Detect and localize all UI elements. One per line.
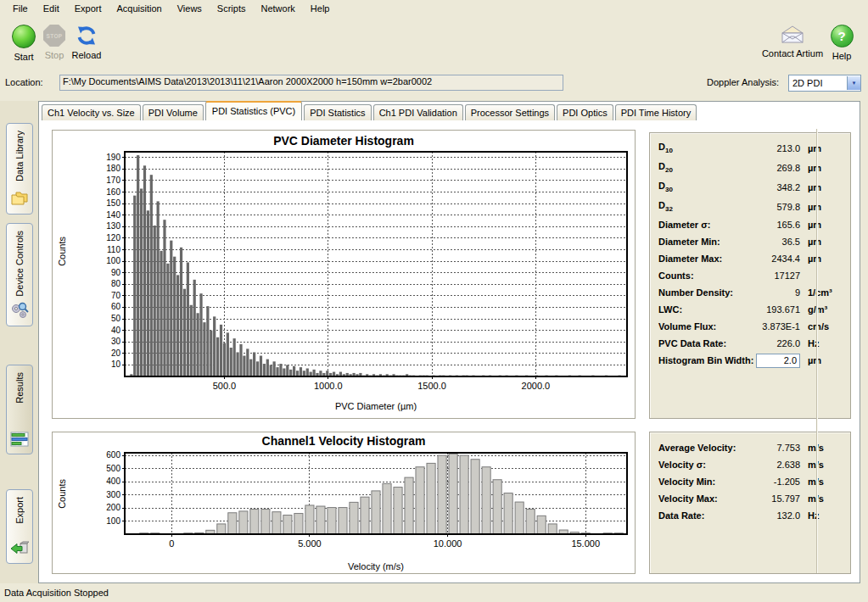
chart-title: Channel1 Velocity Histogram [53,434,635,448]
stat-unit: m/s [808,477,842,487]
svg-text:30: 30 [111,337,121,346]
svg-text:110: 110 [107,245,120,254]
tab-ch1-pdi-validation[interactable]: Ch1 PDI Validation [373,104,463,120]
stat-label: Diameter Min: [658,237,720,247]
svg-text:100: 100 [106,256,120,265]
stat-unit: m/s [808,460,842,470]
velocity-histogram-plot: 10020030040050060005.00010.00015.000 [53,432,635,571]
sidebar-item-label: Data Library [14,131,25,181]
stat-row: PVC Data Rate:226.0Hz [650,335,850,352]
menu-item-edit[interactable]: Edit [36,2,67,15]
svg-text:190: 190 [106,153,120,162]
stat-row: D30348.2µm [650,177,850,197]
stat-unit: µm [808,237,842,247]
sidebar-item-data-library[interactable]: Data Library [6,123,33,215]
sidebar-item-results[interactable]: Results [6,365,33,454]
help-icon: ? [831,25,854,47]
tab-processor-settings[interactable]: Processor Settings [465,104,555,120]
stop-icon: STOP [43,25,65,47]
start-button[interactable]: Start [5,25,42,62]
folders-icon [10,190,29,209]
tab-bar: Ch1 Velocity vs. SizePDI VolumePDI Stati… [39,102,860,120]
help-button-label: Help [832,51,852,61]
stat-value: 165.6 [744,220,800,230]
reload-button[interactable]: Reload [67,25,106,60]
stat-value: 17127 [744,270,800,281]
stat-row: Diameter Min:36.5µm [650,233,850,250]
reload-icon [76,25,98,47]
svg-text:150: 150 [106,198,120,208]
contact-artium-button[interactable]: Contact Artium [758,25,827,59]
stat-row: Average Velocity:7.753m/s [650,439,850,456]
svg-text:2000.0: 2000.0 [522,381,551,391]
start-icon [12,25,36,48]
sidebar-item-label: Results [14,372,25,404]
tab-pdi-time-history[interactable]: PDI Time History [615,104,697,120]
sidebar-item-device-controls[interactable]: Device Controls [6,223,33,326]
stat-row: Volume Flux:3.873E-1cm/s [650,318,850,335]
menu-item-file[interactable]: File [5,2,36,15]
bar-chart-icon [10,432,29,449]
sidebar-item-export[interactable]: Export [6,489,33,564]
help-button[interactable]: ? Help [825,25,859,61]
menu-item-help[interactable]: Help [303,2,338,15]
status-text: Data Acquisition Stopped [4,588,109,598]
stat-label: Average Velocity: [658,443,736,453]
stat-unit: µm [808,355,842,365]
stat-label: Histogram Bin Width: [658,355,753,365]
stat-row: D20269.8µm [650,158,850,177]
stat-value: 579.8 [744,202,800,212]
toolbar: Start STOP Stop Reload Contact Artium ? … [0,16,868,70]
stat-row: Histogram Bin Width:µm [650,352,850,369]
stop-button[interactable]: STOP Stop [38,25,70,60]
pvc-diameter-histogram-plot: 1020304050607080901001101201301401501601… [53,131,635,416]
stat-row: Velocity Min:-1.205m/s [650,473,850,490]
svg-text:1000.0: 1000.0 [314,381,343,391]
tab-pdi-volume[interactable]: PDI Volume [143,104,204,120]
stat-row: LWC:193.671g/m³ [650,301,850,318]
histogram-bin-width-input[interactable] [756,354,800,368]
tab-pdi-optics[interactable]: PDI Optics [557,104,613,120]
menu-item-acquisition[interactable]: Acquisition [109,2,170,15]
svg-text:20: 20 [111,348,121,358]
svg-text:500: 500 [106,464,120,473]
doppler-analysis-select[interactable]: 2D PDI ▼ [788,75,861,92]
svg-text:5.000: 5.000 [298,538,322,549]
svg-text:160: 160 [106,187,120,197]
location-field[interactable]: F:\My Documents\AIMS Data\2013\2013\11\2… [59,75,563,91]
export-arrow-icon [10,541,29,558]
y-axis-label: Counts [57,479,67,509]
stat-value: 348.2 [744,182,800,192]
velocity-chart-panel: Channel1 Velocity Histogram Counts 10020… [52,432,636,574]
y-axis-label: Counts [57,237,67,266]
stat-row: Velocity Max:15.797m/s [650,490,850,507]
stat-value: 3.873E-1 [744,321,800,332]
svg-text:40: 40 [111,326,121,335]
stat-row: D10213.0µm [650,138,850,158]
stat-label: D10 [658,142,673,154]
stat-unit: g/m³ [808,304,842,315]
x-axis-label: PVC Diameter (µm) [125,401,627,411]
stat-value: 132.0 [744,510,800,521]
svg-text:300: 300 [106,490,120,499]
stat-row: Number Density:91/cm³ [650,284,850,301]
menu-item-scripts[interactable]: Scripts [210,2,254,15]
stat-row: Velocity σ:2.638m/s [650,456,850,473]
panel-separator [816,129,818,573]
tab-ch1-velocity-vs-size[interactable]: Ch1 Velocity vs. Size [42,104,141,120]
menu-item-network[interactable]: Network [253,2,302,15]
stat-label: Diameter σ: [658,220,710,230]
stat-unit: µm [808,163,842,173]
menu-item-views[interactable]: Views [170,2,210,15]
stat-unit: µm [808,182,842,192]
pvc-diameter-chart-panel: PVC Diameter Histogram Counts 1020304050… [52,130,636,419]
svg-text:80: 80 [111,279,121,288]
svg-text:90: 90 [111,268,121,277]
menu-item-export[interactable]: Export [67,2,109,15]
stat-unit: µm [808,254,842,264]
chevron-down-icon[interactable]: ▼ [847,76,860,90]
svg-text:100: 100 [106,516,120,526]
tab-pdi-statistics-pvc-[interactable]: PDI Statistics (PVC) [205,101,302,120]
svg-text:10: 10 [111,360,121,369]
tab-pdi-statistics[interactable]: PDI Statistics [304,104,371,120]
